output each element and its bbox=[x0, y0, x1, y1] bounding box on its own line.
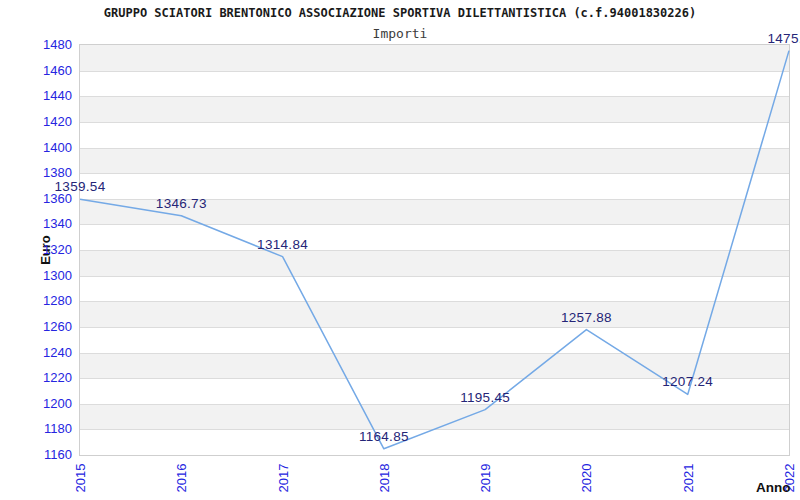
y-tick-label: 1300 bbox=[0, 268, 72, 284]
x-tick-label: 2018 bbox=[368, 462, 400, 494]
y-tick-label: 1360 bbox=[0, 191, 72, 207]
y-tick-label: 1380 bbox=[0, 165, 72, 181]
y-tick-label: 1240 bbox=[0, 345, 72, 361]
point-label: 1257.88 bbox=[561, 310, 612, 326]
x-tick-label: 2021 bbox=[672, 462, 704, 494]
y-tick-label: 1400 bbox=[0, 140, 72, 156]
x-tick-label: 2015 bbox=[64, 462, 96, 494]
x-axis-title: Anno bbox=[756, 480, 791, 495]
y-tick-label: 1420 bbox=[0, 114, 72, 130]
chart-title: GRUPPO SCIATORI BRENTONICO ASSOCIAZIONE … bbox=[0, 6, 800, 20]
point-label: 1164.85 bbox=[359, 429, 409, 445]
y-tick-label: 1320 bbox=[0, 242, 72, 258]
y-tick-label: 1280 bbox=[0, 293, 72, 309]
y-tick-label: 1440 bbox=[0, 88, 72, 104]
plot-area: 1359.541346.731314.841164.851195.451257.… bbox=[79, 44, 790, 456]
line-series-svg bbox=[80, 45, 789, 455]
point-label: 1207.24 bbox=[662, 374, 713, 390]
y-tick-label: 1160 bbox=[0, 447, 72, 463]
y-tick-label: 1200 bbox=[0, 396, 72, 412]
x-tick-label: 2016 bbox=[165, 462, 197, 494]
chart-canvas: GRUPPO SCIATORI BRENTONICO ASSOCIAZIONE … bbox=[0, 0, 800, 500]
x-tick-label: 2017 bbox=[267, 462, 299, 494]
y-tick-label: 1480 bbox=[0, 37, 72, 53]
y-tick-label: 1460 bbox=[0, 63, 72, 79]
y-tick-label: 1220 bbox=[0, 370, 72, 386]
point-label: 1475.6 bbox=[767, 31, 800, 47]
point-label: 1314.84 bbox=[257, 237, 308, 253]
x-tick-label: 2019 bbox=[469, 462, 501, 494]
y-tick-label: 1340 bbox=[0, 216, 72, 232]
chart-subtitle: Importi bbox=[0, 26, 800, 41]
y-tick-label: 1180 bbox=[0, 421, 72, 437]
point-label: 1195.45 bbox=[460, 390, 510, 406]
x-tick-label: 2020 bbox=[570, 462, 602, 494]
point-label: 1346.73 bbox=[156, 196, 207, 212]
y-tick-label: 1260 bbox=[0, 319, 72, 335]
